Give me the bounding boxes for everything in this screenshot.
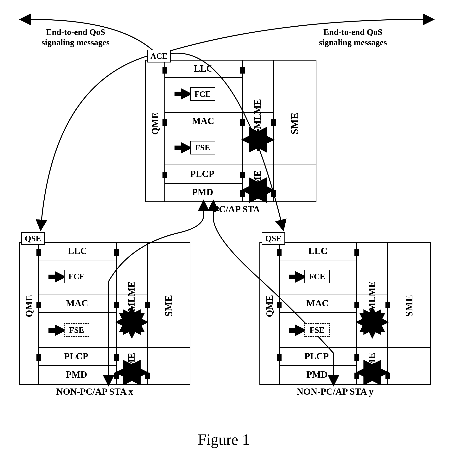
- svg-rect-48: [49, 275, 55, 279]
- figure-caption: Figure 1: [198, 431, 250, 448]
- fce-box-right: FCE: [304, 270, 330, 283]
- fse-box-right: FSE: [304, 323, 330, 337]
- svg-rect-11: [163, 119, 167, 126]
- svg-rect-63: [277, 302, 282, 308]
- svg-rect-67: [354, 354, 359, 361]
- svg-rect-44: [145, 373, 150, 379]
- llc-label-right: LLC: [308, 245, 327, 256]
- sme-label-left: SME: [163, 295, 174, 317]
- fse-box-top: FSE: [190, 141, 215, 154]
- mlme-label-left: MLME: [126, 281, 137, 311]
- plme-label-right: PLME: [366, 353, 377, 380]
- caption-top: PC/AP STA: [213, 204, 260, 214]
- svg-rect-64: [277, 354, 282, 361]
- fce-box-left: FCE: [64, 270, 89, 283]
- svg-rect-50: [49, 328, 55, 333]
- caption-left: NON-PC/AP STA x: [56, 386, 133, 397]
- mlme-label-top: MLME: [252, 99, 263, 129]
- svg-rect-69: [385, 302, 390, 308]
- plcp-label-right: PLCP: [304, 351, 329, 361]
- plme-label-left: PLME: [126, 353, 137, 380]
- llc-label-top: LLC: [194, 63, 213, 74]
- qos-msg-left: End-to-end QoS signaling messages: [41, 27, 111, 48]
- svg-rect-40: [114, 302, 119, 308]
- svg-rect-41: [114, 354, 119, 361]
- svg-rect-36: [37, 249, 41, 256]
- mac-label-left: MAC: [66, 298, 88, 309]
- svg-rect-43: [145, 302, 150, 308]
- fce-box-top: FCE: [190, 87, 215, 101]
- plcp-label-top: PLCP: [190, 168, 214, 179]
- diagram-svg: [4, 4, 451, 476]
- svg-rect-42: [114, 373, 119, 379]
- svg-rect-37: [37, 302, 41, 308]
- sme-label-top: SME: [289, 113, 300, 135]
- svg-rect-15: [240, 172, 245, 178]
- pmd-label-top: PMD: [192, 187, 213, 197]
- qse-box-right: QSE: [262, 232, 285, 245]
- svg-rect-16: [240, 190, 245, 197]
- diagram-canvas: ACE QME LLC FCE MAC FSE PLCP PMD MLME PL…: [4, 4, 451, 476]
- svg-rect-39: [114, 249, 119, 256]
- svg-rect-22: [175, 92, 181, 96]
- qse-box-left: QSE: [21, 232, 45, 245]
- svg-rect-74: [289, 275, 295, 279]
- svg-rect-10: [163, 67, 167, 74]
- qme-label-left: QME: [24, 295, 34, 317]
- svg-rect-38: [37, 354, 41, 361]
- llc-label-left: LLC: [68, 245, 87, 256]
- svg-rect-66: [354, 302, 359, 308]
- qos-msg-right: End-to-end QoS signaling messages: [318, 27, 388, 48]
- caption-right: NON-PC/AP STA y: [297, 386, 373, 397]
- pmd-label-right: PMD: [306, 369, 327, 380]
- ace-box: ACE: [147, 50, 171, 63]
- svg-rect-14: [240, 119, 245, 126]
- plme-label-top: PLME: [252, 170, 263, 197]
- fse-box-left: FSE: [64, 323, 89, 337]
- svg-rect-68: [354, 373, 359, 379]
- svg-rect-70: [385, 373, 390, 379]
- svg-rect-24: [175, 146, 181, 150]
- pmd-label-left: PMD: [66, 369, 87, 380]
- svg-rect-65: [354, 249, 359, 256]
- svg-rect-12: [163, 172, 167, 178]
- qme-label-right: QME: [264, 295, 275, 317]
- svg-rect-62: [277, 249, 282, 256]
- svg-rect-17: [271, 119, 276, 126]
- mac-label-top: MAC: [192, 116, 214, 126]
- svg-rect-76: [289, 328, 295, 333]
- mlme-label-right: MLME: [366, 281, 377, 311]
- plcp-label-left: PLCP: [64, 351, 88, 361]
- svg-rect-13: [240, 67, 245, 74]
- sme-label-right: SME: [403, 295, 415, 317]
- mac-label-right: MAC: [306, 298, 329, 309]
- qme-label-top: QME: [150, 113, 160, 135]
